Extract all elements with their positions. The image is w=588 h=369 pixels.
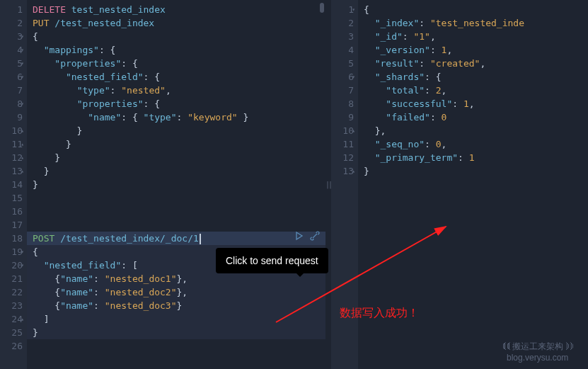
code-line[interactable]: }: [33, 164, 325, 178]
code-line[interactable]: "failed": 0: [364, 110, 588, 124]
code-line[interactable]: [33, 205, 325, 218]
editor-container: 123▾4▾5▾6▾78▾910▴11▴12▴13▴141516171819▾2…: [0, 0, 588, 369]
fold-icon[interactable]: ▴: [21, 151, 24, 164]
line-number: 3▾: [0, 30, 23, 43]
code-line[interactable]: "properties": {: [33, 57, 325, 70]
code-line[interactable]: "properties": {: [33, 97, 325, 110]
line-number: 5▾: [0, 57, 23, 70]
code-line[interactable]: "type": "nested",: [33, 84, 325, 97]
code-line[interactable]: {: [33, 30, 325, 43]
code-line[interactable]: [33, 218, 325, 232]
code-line[interactable]: {: [364, 3, 588, 16]
code-line[interactable]: DELETE test_nested_index: [33, 3, 325, 16]
code-line[interactable]: [33, 191, 325, 205]
code-line[interactable]: "successful": 1,: [364, 97, 588, 110]
fold-icon[interactable]: ▾: [21, 70, 24, 84]
fold-icon[interactable]: ▾: [21, 245, 24, 259]
line-number: 17: [0, 218, 23, 232]
line-number: 12: [331, 151, 354, 164]
line-number: 7: [0, 84, 23, 97]
line-number: 9: [331, 110, 354, 124]
code-line[interactable]: "name": { "type": "keyword" }: [33, 110, 325, 124]
code-line[interactable]: "result": "created",: [364, 57, 588, 70]
line-number: 22: [0, 285, 23, 299]
fold-icon[interactable]: ▾: [21, 259, 24, 272]
code-line[interactable]: "_seq_no": 0,: [364, 137, 588, 151]
watermark-title: 搬运工来架构: [512, 341, 563, 351]
fold-icon[interactable]: ▾: [352, 3, 355, 16]
code-line[interactable]: PUT /test_nested_index: [33, 16, 325, 30]
code-line[interactable]: }: [33, 178, 325, 191]
line-number: 25: [0, 326, 23, 339]
code-line[interactable]: POST /test_nested_index/_doc/1: [33, 232, 325, 245]
fold-icon[interactable]: ▴: [21, 137, 24, 151]
annotation-success-text: 数据写入成功！: [340, 306, 419, 321]
line-number: 13▴: [331, 164, 354, 178]
line-number: 12▴: [0, 151, 23, 164]
code-line[interactable]: "nested_field": {: [33, 70, 325, 84]
code-line[interactable]: [33, 339, 325, 353]
code-line[interactable]: {"name": "nested_doc3"}: [33, 299, 325, 312]
code-line[interactable]: }: [364, 164, 588, 178]
line-number: 1▾: [331, 3, 354, 16]
line-number: 19▾: [0, 245, 23, 259]
code-line[interactable]: ]: [33, 312, 325, 326]
line-number: 23: [0, 299, 23, 312]
line-number: 15: [0, 191, 23, 205]
watermark-deco-left: ⟬⟬: [501, 340, 509, 351]
code-line[interactable]: "_id": "1",: [364, 30, 588, 43]
fold-icon[interactable]: ▴: [352, 124, 355, 137]
line-number: 7: [331, 84, 354, 97]
line-number: 18: [0, 232, 23, 245]
fold-icon[interactable]: ▴: [21, 124, 24, 137]
request-options-button[interactable]: [310, 231, 320, 243]
fold-icon[interactable]: ▾: [21, 30, 24, 43]
line-number: 9: [0, 110, 23, 124]
line-number: 11: [331, 137, 354, 151]
code-line[interactable]: },: [364, 124, 588, 137]
code-line[interactable]: }: [33, 326, 325, 339]
fold-icon[interactable]: ▾: [352, 70, 355, 84]
code-line[interactable]: }: [33, 151, 325, 164]
watermark-url: blog.verysu.com: [507, 353, 568, 363]
line-number: 6▾: [331, 70, 354, 84]
code-line[interactable]: "_shards": {: [364, 70, 588, 84]
text-cursor: [200, 234, 201, 244]
line-number: 24▴: [0, 312, 23, 326]
code-line[interactable]: "total": 2,: [364, 84, 588, 97]
watermark-deco-right: ⟭⟭: [565, 340, 574, 351]
send-request-button[interactable]: [294, 231, 304, 243]
code-line[interactable]: "_primary_term": 1: [364, 151, 588, 164]
line-number: 2: [0, 16, 23, 30]
send-request-tooltip: Click to send request: [216, 248, 328, 273]
code-line[interactable]: "_index": "test_nested_inde: [364, 16, 588, 30]
fold-icon[interactable]: ▾: [21, 57, 24, 70]
line-number: 6▾: [0, 70, 23, 84]
line-number: 5: [331, 57, 354, 70]
code-line[interactable]: "_version": 1,: [364, 43, 588, 57]
line-number: 26: [0, 339, 23, 353]
watermark: ⟬⟬ 搬运工来架构 ⟭⟭ blog.verysu.com: [501, 340, 574, 363]
line-number: 10▴: [331, 124, 354, 137]
line-number: 3: [331, 30, 354, 43]
divider-handle-icon: ||: [325, 181, 331, 188]
fold-icon[interactable]: ▾: [21, 97, 24, 110]
code-line[interactable]: {"name": "nested_doc2"},: [33, 285, 325, 299]
code-line[interactable]: }: [33, 137, 325, 151]
line-number: 13▴: [0, 164, 23, 178]
line-number: 21: [0, 272, 23, 285]
line-number: 2: [331, 16, 354, 30]
line-number: 20▾: [0, 259, 23, 272]
request-editor[interactable]: DELETE test_nested_indexPUT /test_nested…: [27, 0, 325, 369]
fold-icon[interactable]: ▴: [21, 312, 24, 326]
fold-icon[interactable]: ▾: [21, 43, 24, 57]
code-line[interactable]: "mappings": {: [33, 43, 325, 57]
line-number: 16: [0, 205, 23, 218]
line-number: 1: [0, 3, 23, 16]
fold-icon[interactable]: ▴: [352, 164, 355, 178]
panel-divider[interactable]: ||: [325, 0, 331, 369]
code-line[interactable]: }: [33, 124, 325, 137]
code-line[interactable]: {"name": "nested_doc1"},: [33, 272, 325, 285]
fold-icon[interactable]: ▴: [21, 164, 24, 178]
line-number: 10▴: [0, 124, 23, 137]
